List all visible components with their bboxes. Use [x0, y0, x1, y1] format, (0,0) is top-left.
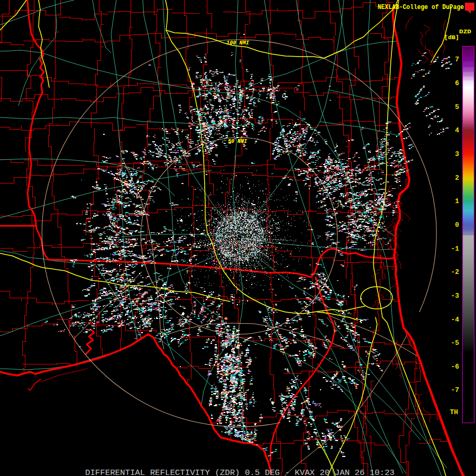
svg-text:4: 4: [455, 126, 459, 134]
svg-text:2: 2: [455, 174, 459, 182]
svg-text:-7: -7: [451, 386, 459, 394]
svg-text:50 NMI: 50 NMI: [228, 138, 247, 144]
svg-text:6: 6: [455, 79, 459, 87]
svg-text:-5: -5: [451, 339, 459, 347]
svg-text:-2: -2: [451, 268, 459, 276]
svg-text:-6: -6: [451, 363, 459, 371]
svg-text:DIFFERENTIAL REFLECTIVITY (ZDR: DIFFERENTIAL REFLECTIVITY (ZDR) 0.5 DEG …: [85, 469, 395, 476]
svg-text:7: 7: [455, 56, 459, 63]
svg-text:-4: -4: [451, 316, 459, 324]
svg-text:[dB]: [dB]: [444, 34, 459, 41]
svg-text:5: 5: [455, 103, 459, 111]
svg-text:NEXLAB-College of DuPage: NEXLAB-College of DuPage: [378, 4, 464, 11]
svg-text:3: 3: [455, 150, 459, 158]
svg-text:-1: -1: [451, 245, 459, 253]
svg-text:TH: TH: [450, 408, 458, 416]
svg-text:100 NMI: 100 NMI: [226, 40, 249, 46]
svg-text:-3: -3: [451, 292, 459, 300]
svg-text:0: 0: [455, 221, 459, 229]
svg-text:DZD: DZD: [459, 29, 471, 35]
svg-text:1: 1: [455, 197, 459, 205]
